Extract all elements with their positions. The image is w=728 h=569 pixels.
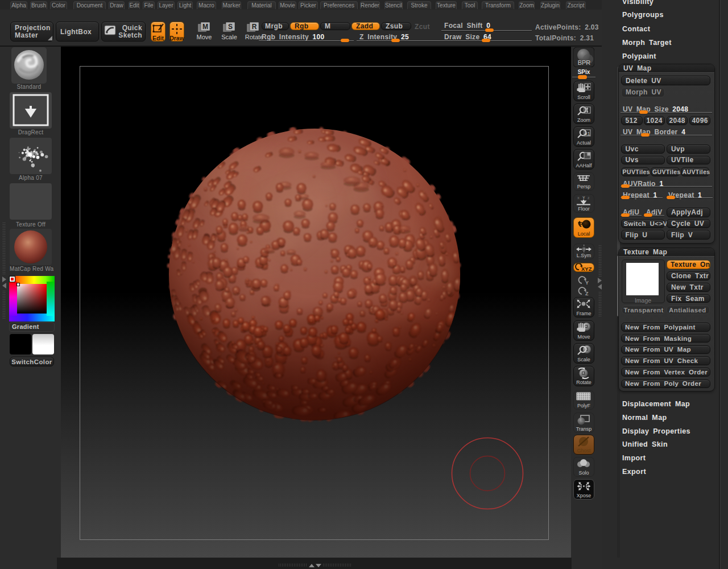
- svg-text:XYZ: XYZ: [581, 266, 592, 272]
- svg-text:BPR: BPR: [578, 59, 591, 66]
- svg-text:M: M: [202, 23, 208, 31]
- svg-text:x: x: [577, 196, 580, 200]
- svg-text:Y: Y: [585, 280, 589, 286]
- svg-text:R: R: [252, 23, 257, 31]
- svg-text:z: z: [588, 196, 590, 200]
- svg-text:Y: Y: [582, 196, 585, 200]
- svg-text:S: S: [228, 23, 233, 31]
- svg-text:x1: x1: [585, 131, 590, 137]
- svg-text:Z: Z: [585, 291, 589, 296]
